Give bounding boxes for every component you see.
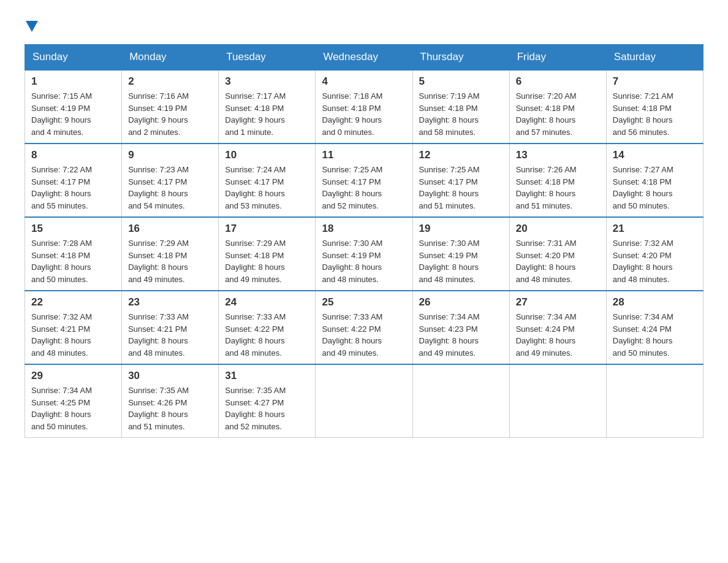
day-info: Sunrise: 7:25 AM Sunset: 4:17 PM Dayligh…: [419, 164, 503, 212]
day-number: 24: [225, 296, 309, 308]
day-number: 25: [322, 296, 406, 308]
day-info: Sunrise: 7:16 AM Sunset: 4:19 PM Dayligh…: [128, 90, 212, 138]
calendar-cell: 14 Sunrise: 7:27 AM Sunset: 4:18 PM Dayl…: [606, 144, 703, 217]
day-info: Sunrise: 7:33 AM Sunset: 4:22 PM Dayligh…: [225, 311, 309, 359]
calendar-cell: 13 Sunrise: 7:26 AM Sunset: 4:18 PM Dayl…: [509, 144, 606, 217]
day-info: Sunrise: 7:30 AM Sunset: 4:19 PM Dayligh…: [419, 237, 503, 285]
calendar-cell: 8 Sunrise: 7:22 AM Sunset: 4:17 PM Dayli…: [25, 144, 122, 217]
calendar-week-row: 22 Sunrise: 7:32 AM Sunset: 4:21 PM Dayl…: [25, 291, 703, 364]
weekday-header-saturday: Saturday: [606, 45, 703, 71]
day-number: 15: [31, 223, 115, 235]
day-number: 6: [516, 75, 600, 88]
weekday-header-monday: Monday: [122, 45, 219, 71]
day-info: Sunrise: 7:21 AM Sunset: 4:18 PM Dayligh…: [613, 90, 697, 138]
day-number: 22: [31, 296, 115, 308]
day-number: 28: [613, 296, 697, 308]
day-info: Sunrise: 7:34 AM Sunset: 4:24 PM Dayligh…: [613, 311, 697, 359]
weekday-header-sunday: Sunday: [25, 45, 122, 71]
day-info: Sunrise: 7:35 AM Sunset: 4:27 PM Dayligh…: [225, 385, 309, 432]
day-number: 26: [419, 296, 503, 308]
calendar-cell: 31 Sunrise: 7:35 AM Sunset: 4:27 PM Dayl…: [219, 364, 316, 438]
day-number: 16: [128, 223, 212, 235]
day-info: Sunrise: 7:23 AM Sunset: 4:17 PM Dayligh…: [128, 164, 212, 212]
day-number: 1: [31, 75, 115, 88]
calendar-cell: 5 Sunrise: 7:19 AM Sunset: 4:18 PM Dayli…: [412, 70, 509, 144]
calendar-cell: 21 Sunrise: 7:32 AM Sunset: 4:20 PM Dayl…: [606, 217, 703, 291]
calendar-cell: 9 Sunrise: 7:23 AM Sunset: 4:17 PM Dayli…: [122, 144, 219, 217]
calendar-cell: 25 Sunrise: 7:33 AM Sunset: 4:22 PM Dayl…: [316, 291, 412, 364]
day-number: 31: [225, 370, 309, 382]
day-number: 14: [613, 149, 697, 161]
calendar-cell: [509, 364, 606, 438]
header: [25, 18, 703, 32]
day-number: 2: [128, 75, 212, 88]
calendar-week-row: 8 Sunrise: 7:22 AM Sunset: 4:17 PM Dayli…: [25, 144, 703, 217]
weekday-header-row: SundayMondayTuesdayWednesdayThursdayFrid…: [25, 45, 703, 71]
calendar-week-row: 1 Sunrise: 7:15 AM Sunset: 4:19 PM Dayli…: [25, 70, 703, 144]
day-number: 19: [419, 223, 503, 235]
day-info: Sunrise: 7:27 AM Sunset: 4:18 PM Dayligh…: [613, 164, 697, 212]
day-info: Sunrise: 7:34 AM Sunset: 4:25 PM Dayligh…: [31, 385, 115, 432]
day-info: Sunrise: 7:34 AM Sunset: 4:23 PM Dayligh…: [419, 311, 503, 359]
day-info: Sunrise: 7:18 AM Sunset: 4:18 PM Dayligh…: [322, 90, 406, 138]
calendar-cell: 27 Sunrise: 7:34 AM Sunset: 4:24 PM Dayl…: [509, 291, 606, 364]
day-number: 17: [225, 223, 309, 235]
calendar-cell: 6 Sunrise: 7:20 AM Sunset: 4:18 PM Dayli…: [509, 70, 606, 144]
calendar-cell: 28 Sunrise: 7:34 AM Sunset: 4:24 PM Dayl…: [606, 291, 703, 364]
calendar-cell: 29 Sunrise: 7:34 AM Sunset: 4:25 PM Dayl…: [25, 364, 122, 438]
calendar-cell: [606, 364, 703, 438]
calendar-cell: 23 Sunrise: 7:33 AM Sunset: 4:21 PM Dayl…: [122, 291, 219, 364]
calendar-week-row: 29 Sunrise: 7:34 AM Sunset: 4:25 PM Dayl…: [25, 364, 703, 438]
day-number: 13: [516, 149, 600, 161]
day-info: Sunrise: 7:33 AM Sunset: 4:22 PM Dayligh…: [322, 311, 406, 359]
day-info: Sunrise: 7:24 AM Sunset: 4:17 PM Dayligh…: [225, 164, 309, 212]
day-info: Sunrise: 7:28 AM Sunset: 4:18 PM Dayligh…: [31, 237, 115, 285]
day-number: 18: [322, 223, 406, 235]
day-number: 30: [128, 370, 212, 382]
calendar-cell: 30 Sunrise: 7:35 AM Sunset: 4:26 PM Dayl…: [122, 364, 219, 438]
day-info: Sunrise: 7:29 AM Sunset: 4:18 PM Dayligh…: [225, 237, 309, 285]
day-info: Sunrise: 7:35 AM Sunset: 4:26 PM Dayligh…: [128, 385, 212, 432]
calendar-cell: 4 Sunrise: 7:18 AM Sunset: 4:18 PM Dayli…: [316, 70, 412, 144]
day-number: 5: [419, 75, 503, 88]
calendar-cell: 17 Sunrise: 7:29 AM Sunset: 4:18 PM Dayl…: [219, 217, 316, 291]
logo-triangle-icon: [26, 21, 38, 32]
calendar-body: 1 Sunrise: 7:15 AM Sunset: 4:19 PM Dayli…: [25, 70, 703, 438]
calendar-cell: 19 Sunrise: 7:30 AM Sunset: 4:19 PM Dayl…: [412, 217, 509, 291]
day-number: 8: [31, 149, 115, 161]
day-info: Sunrise: 7:33 AM Sunset: 4:21 PM Dayligh…: [128, 311, 212, 359]
calendar-cell: [316, 364, 412, 438]
calendar-week-row: 15 Sunrise: 7:28 AM Sunset: 4:18 PM Dayl…: [25, 217, 703, 291]
calendar-cell: 11 Sunrise: 7:25 AM Sunset: 4:17 PM Dayl…: [316, 144, 412, 217]
day-number: 12: [419, 149, 503, 161]
day-number: 29: [31, 370, 115, 382]
day-info: Sunrise: 7:22 AM Sunset: 4:17 PM Dayligh…: [31, 164, 115, 212]
day-info: Sunrise: 7:32 AM Sunset: 4:21 PM Dayligh…: [31, 311, 115, 359]
day-number: 23: [128, 296, 212, 308]
day-info: Sunrise: 7:30 AM Sunset: 4:19 PM Dayligh…: [322, 237, 406, 285]
calendar-cell: 10 Sunrise: 7:24 AM Sunset: 4:17 PM Dayl…: [219, 144, 316, 217]
day-info: Sunrise: 7:15 AM Sunset: 4:19 PM Dayligh…: [31, 90, 115, 138]
weekday-header-thursday: Thursday: [412, 45, 509, 71]
calendar-cell: 20 Sunrise: 7:31 AM Sunset: 4:20 PM Dayl…: [509, 217, 606, 291]
day-number: 11: [322, 149, 406, 161]
calendar-cell: 12 Sunrise: 7:25 AM Sunset: 4:17 PM Dayl…: [412, 144, 509, 217]
logo: [25, 18, 38, 32]
calendar-cell: 1 Sunrise: 7:15 AM Sunset: 4:19 PM Dayli…: [25, 70, 122, 144]
day-number: 4: [322, 75, 406, 88]
day-number: 21: [613, 223, 697, 235]
calendar-cell: [412, 364, 509, 438]
day-info: Sunrise: 7:20 AM Sunset: 4:18 PM Dayligh…: [516, 90, 600, 138]
calendar-cell: 16 Sunrise: 7:29 AM Sunset: 4:18 PM Dayl…: [122, 217, 219, 291]
weekday-header-friday: Friday: [509, 45, 606, 71]
weekday-header-wednesday: Wednesday: [316, 45, 412, 71]
day-number: 9: [128, 149, 212, 161]
day-info: Sunrise: 7:17 AM Sunset: 4:18 PM Dayligh…: [225, 90, 309, 138]
day-info: Sunrise: 7:29 AM Sunset: 4:18 PM Dayligh…: [128, 237, 212, 285]
day-number: 27: [516, 296, 600, 308]
calendar-cell: 24 Sunrise: 7:33 AM Sunset: 4:22 PM Dayl…: [219, 291, 316, 364]
weekday-header-tuesday: Tuesday: [219, 45, 316, 71]
day-number: 20: [516, 223, 600, 235]
calendar-cell: 2 Sunrise: 7:16 AM Sunset: 4:19 PM Dayli…: [122, 70, 219, 144]
calendar-header: SundayMondayTuesdayWednesdayThursdayFrid…: [25, 45, 703, 71]
